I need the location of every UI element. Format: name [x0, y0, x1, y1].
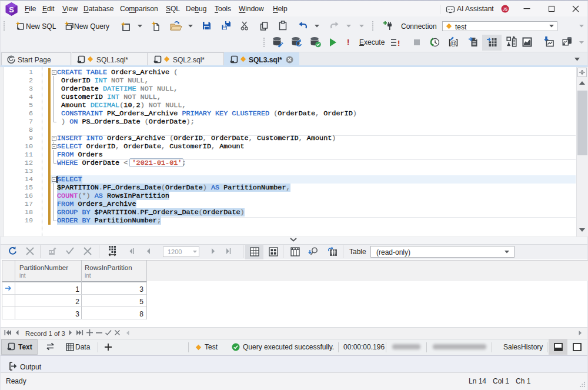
svg-text:@: @ — [450, 39, 456, 46]
svg-text:!: ! — [397, 39, 400, 48]
svg-text:S: S — [9, 5, 14, 14]
svg-text:JS: JS — [503, 7, 508, 11]
